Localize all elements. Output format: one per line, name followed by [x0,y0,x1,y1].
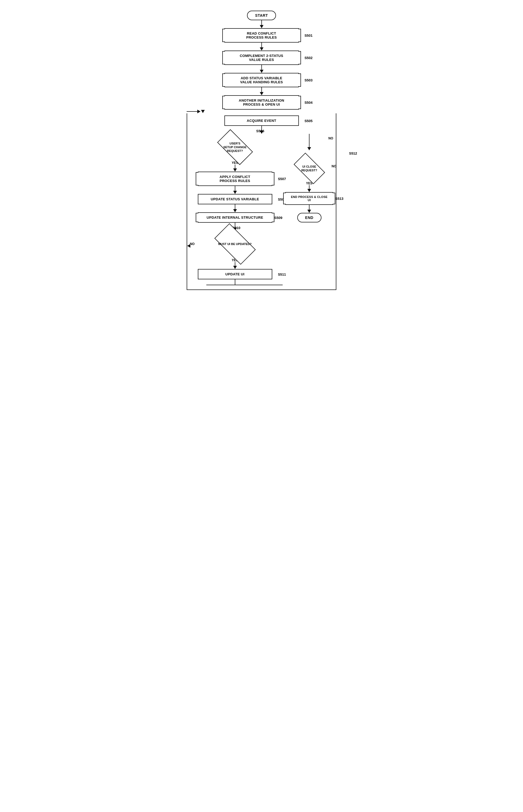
s506-diamond-text: USER'SSETUP CHANGEREQUEST? [213,134,258,160]
s505-row: ACQUIRE EVENT S505 [187,116,336,126]
s506-yes-path: USER'SSETUP CHANGEREQUEST? YES APPLY CON… [187,134,283,285]
arrow-507-508 [233,191,237,194]
s509-box: UPDATE INTERNAL STRUCTURE [198,212,272,223]
s506-area: S506 USER'SSETUP CHANGEREQUEST? YES [187,134,336,285]
s508-row: UPDATE STATUS VARIABLE S508 [187,194,283,204]
line-513-end [309,205,309,210]
s502-wrapper: COMPLEMENT 2-STATUSVALUE RULES S502 [224,51,299,65]
loop-top-arrows [197,110,205,113]
s507-box: APPLY CONFLICTPROCESS RULES [198,172,272,186]
s508-box: UPDATE STATUS VARIABLE [198,194,272,204]
line-2 [262,42,262,47]
s505-label: S505 [304,119,312,123]
arrow-1 [260,25,264,28]
s501-box: READ CONFLICTPROCESS RULES [224,28,299,42]
arrow-yes-510 [233,266,237,269]
no-label-510: NO [190,242,195,246]
s511-box: UPDATE UI [198,269,272,279]
s513-label: S513 [335,197,343,200]
s503-label: S503 [304,78,312,82]
s508-wrapper: UPDATE STATUS VARIABLE S508 [198,194,272,204]
start-row: START [177,11,347,20]
line-back-right [206,285,283,285]
no-510-arrow [187,244,191,248]
s505-box: ACQUIRE EVENT [224,116,299,126]
s506-step-label: S506 [256,129,264,133]
loop-area: ACQUIRE EVENT S505 S506 [187,110,336,290]
arrow-3 [260,70,264,73]
s501-wrapper: READ CONFLICTPROCESS RULES S501 [224,28,299,42]
s506-diamond-wrapper: USER'SSETUP CHANGEREQUEST? [213,134,258,160]
line-yes-512 [309,185,309,189]
s501-row: READ CONFLICTPROCESS RULES S501 [177,28,347,42]
no-506-line [309,134,309,147]
s504-row: ANOTHER INITIALIZATIONPROCESS & OPEN UI … [177,95,347,110]
line-511-end [235,279,235,285]
arrow-508-509 [233,209,237,212]
s510-fork: NO MUST UI BE UPDATED? [187,231,283,257]
s503-box: ADD STATUS VARIABLEVALUE HANDING RULES [224,73,299,87]
end-terminal: END [297,213,322,223]
line-3 [262,65,262,70]
loop-down-arrow [201,110,205,113]
arrow-2 [260,47,264,51]
loop-back-arrow [197,110,200,113]
flowchart: START READ CONFLICTPROCESS RULES S501 CO… [177,11,347,290]
s506-no-path: NO S512 UI CLOSEREQUEST? NO [283,134,336,223]
s501-label: S501 [304,34,312,37]
s503-row: ADD STATUS VARIABLEVALUE HANDING RULES S… [177,73,347,87]
s506-fork: USER'SSETUP CHANGEREQUEST? YES APPLY CON… [187,134,336,285]
s507-wrapper: APPLY CONFLICTPROCESS RULES S507 [198,172,272,186]
line-4 [262,87,262,92]
s505-wrapper: ACQUIRE EVENT S505 [224,116,299,126]
no-label-512: NO [331,164,336,168]
s504-wrapper: ANOTHER INITIALIZATIONPROCESS & OPEN UI … [224,95,299,110]
loop-top [187,110,336,113]
s511-label: S511 [278,272,286,276]
start-terminal: START [247,11,276,20]
s512-step-label: S512 [349,152,357,155]
arrow-yes-506 [233,169,237,172]
s504-box: ANOTHER INITIALIZATIONPROCESS & OPEN UI [224,95,299,110]
arrow-yes-512 [307,189,311,192]
s512-diamond-text: UI CLOSEREQUEST? [289,156,329,180]
s510-diamond-wrapper: MUST UI BE UPDATED? [210,231,260,257]
loop-top-left [187,111,197,112]
s509-label: S509 [274,215,282,219]
s502-row: COMPLEMENT 2-STATUSVALUE RULES S502 [177,51,347,65]
arrow-no-506 [307,147,311,150]
line-507-508 [235,186,235,191]
arrow-line-1 [262,20,262,25]
s513-wrapper: END PROCESS & CLOSE UI S513 [285,192,333,205]
s502-box: COMPLEMENT 2-STATUSVALUE RULES [224,51,299,65]
s504-label: S504 [304,101,312,105]
no-label-506: NO [328,137,333,140]
line-508-509 [235,204,235,209]
s507-row: APPLY CONFLICTPROCESS RULES S507 [187,172,283,186]
s509-row: UPDATE INTERNAL STRUCTURE S509 [187,212,283,223]
loop-border: ACQUIRE EVENT S505 S506 [187,113,336,290]
s502-label: S502 [304,56,312,60]
diagram-container: START READ CONFLICTPROCESS RULES S501 CO… [177,5,347,301]
line-yes-510 [235,262,235,266]
no-510-line [187,244,191,248]
s503-wrapper: ADD STATUS VARIABLEVALUE HANDING RULES S… [224,73,299,87]
s510-area: S510 NO MUST UI BE UPDATED? [187,231,283,285]
s511-wrapper: UPDATE UI S511 [198,269,272,279]
s513-row: END PROCESS & CLOSE UI S513 [283,192,336,205]
s511-row: UPDATE UI S511 [187,269,283,279]
loop-top-center [197,110,205,113]
s513-box: END PROCESS & CLOSE UI [285,192,333,205]
line-yes-506 [235,165,235,169]
s512-diamond-wrapper: UI CLOSEREQUEST? [289,156,329,180]
arrow-513-end [307,210,311,213]
s510-diamond-text: MUST UI BE UPDATED? [210,231,260,257]
s509-wrapper: UPDATE INTERNAL STRUCTURE S509 [198,212,272,223]
arrow-4 [260,92,264,95]
